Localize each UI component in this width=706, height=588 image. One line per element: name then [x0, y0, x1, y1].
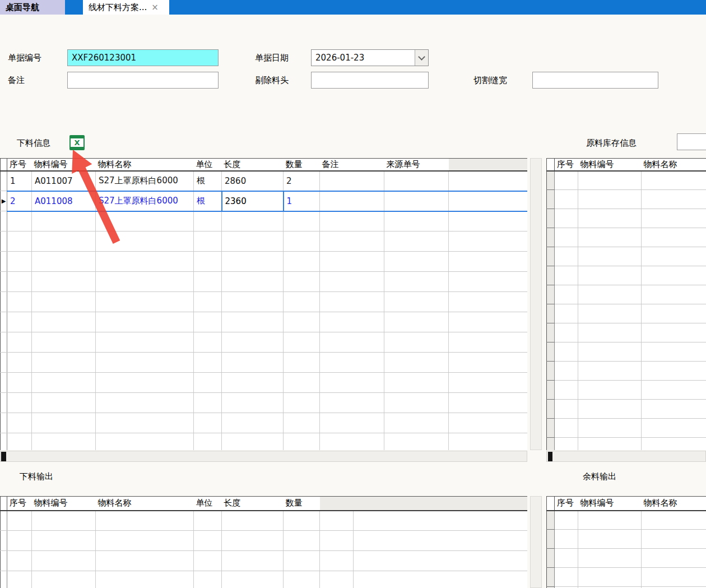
grid-cell[interactable] [555, 171, 578, 190]
grid-cell[interactable] [449, 312, 528, 332]
grid-cell[interactable] [384, 413, 449, 433]
grid-cell[interactable]: 1 [284, 191, 320, 211]
grid-cell[interactable] [642, 171, 706, 190]
grid-cell[interactable]: S27上罩原料白6000 [96, 191, 194, 211]
grid-cell[interactable] [284, 353, 320, 373]
grid-cell[interactable] [222, 332, 284, 353]
grid-cell[interactable] [7, 211, 32, 232]
grid-cell[interactable] [384, 312, 449, 332]
grid-cell[interactable] [32, 232, 96, 252]
grid-cell[interactable] [578, 228, 642, 247]
grid-cell[interactable] [96, 531, 194, 551]
grid-cell[interactable] [194, 232, 222, 252]
grid-cell[interactable] [284, 433, 320, 451]
grid-cell[interactable] [96, 373, 194, 393]
grid-cell[interactable] [96, 332, 194, 353]
grid-cell[interactable] [222, 571, 284, 588]
grid-cell[interactable] [194, 353, 222, 373]
grid-cell[interactable] [222, 413, 284, 433]
grid-cell[interactable] [194, 393, 222, 413]
grid-cell[interactable] [32, 292, 96, 312]
grid-cell[interactable] [578, 304, 642, 323]
grid-cell[interactable] [555, 266, 578, 285]
grid-cell[interactable] [384, 272, 449, 292]
remark-input[interactable] [67, 72, 219, 89]
grid-cell[interactable] [354, 511, 528, 531]
grid-cell[interactable] [7, 312, 32, 332]
grid-cell[interactable] [7, 531, 32, 551]
grid-cell[interactable] [320, 353, 384, 373]
grid-cell[interactable] [194, 373, 222, 393]
grid-cell[interactable] [578, 247, 642, 266]
grid-cell[interactable] [222, 393, 284, 413]
grid-cell[interactable] [320, 571, 354, 588]
grid-cell[interactable] [555, 209, 578, 228]
grid-cell[interactable] [578, 171, 642, 190]
grid-cell[interactable] [555, 568, 578, 587]
grid-cell[interactable] [320, 511, 354, 531]
grid-cell[interactable] [320, 211, 384, 232]
grid-cell[interactable] [578, 285, 642, 304]
grid-cell[interactable] [555, 362, 578, 381]
tab-desktop-nav[interactable]: 桌面导航 [0, 0, 65, 15]
grid-cell[interactable] [555, 247, 578, 266]
grid-cell[interactable] [222, 353, 284, 373]
grid-cell[interactable] [194, 292, 222, 312]
stock-info-input[interactable] [677, 133, 706, 150]
grid-cell[interactable] [449, 191, 528, 211]
grid-cell[interactable] [96, 232, 194, 252]
grid-cell[interactable] [284, 571, 320, 588]
grid-cell[interactable] [96, 353, 194, 373]
grid-cell[interactable] [284, 332, 320, 353]
grid-cell[interactable] [642, 568, 706, 587]
grid-cell[interactable] [32, 551, 96, 571]
grid-cell[interactable] [194, 551, 222, 571]
grid-cell[interactable] [555, 228, 578, 247]
close-icon[interactable]: × [151, 0, 159, 15]
grid-cell[interactable] [449, 433, 528, 451]
grid-cell[interactable] [194, 252, 222, 272]
grid-cell[interactable] [32, 373, 96, 393]
grid-cell[interactable] [449, 292, 528, 312]
grid-cell[interactable] [222, 292, 284, 312]
grid-cell[interactable] [32, 312, 96, 332]
grid-cell[interactable] [384, 292, 449, 312]
grid-cell[interactable] [320, 292, 384, 312]
grid-cell[interactable] [449, 211, 528, 232]
grid-cell[interactable] [320, 191, 384, 211]
grid-cell[interactable] [320, 272, 384, 292]
grid-cell[interactable] [96, 272, 194, 292]
grid-cell[interactable] [194, 312, 222, 332]
grid-cell[interactable] [320, 373, 384, 393]
kerf-width-input[interactable] [532, 72, 658, 89]
grid-cell[interactable] [284, 413, 320, 433]
grid-cell[interactable] [320, 413, 384, 433]
grid-cell[interactable] [96, 211, 194, 232]
grid-cell[interactable] [96, 292, 194, 312]
grid-cell[interactable] [32, 353, 96, 373]
grid-cell[interactable]: 根 [194, 171, 222, 191]
grid-cell[interactable] [555, 285, 578, 304]
grid-cell[interactable] [449, 393, 528, 413]
grid-cell[interactable] [7, 571, 32, 588]
scrollbar-thumb[interactable] [548, 452, 552, 461]
grid-cell[interactable] [284, 272, 320, 292]
grid-cell[interactable] [194, 571, 222, 588]
grid-cell[interactable] [320, 232, 384, 252]
grid-cell[interactable] [642, 323, 706, 342]
grid-cell[interactable] [222, 433, 284, 451]
grid-cell[interactable] [384, 211, 449, 232]
grid-cell[interactable] [32, 413, 96, 433]
grid-cell[interactable] [7, 252, 32, 272]
grid-cell[interactable]: A011008 [32, 191, 96, 211]
excel-export-icon[interactable]: X [69, 135, 85, 150]
grid-cell[interactable] [642, 342, 706, 362]
grid-cell[interactable] [449, 252, 528, 272]
grid-cell[interactable] [194, 511, 222, 531]
stock-info-hscrollbar[interactable] [546, 451, 706, 462]
grid-cell[interactable] [284, 312, 320, 332]
grid-cell[interactable] [555, 381, 578, 400]
grid-cell[interactable] [222, 511, 284, 531]
grid-cell[interactable] [555, 549, 578, 568]
grid-cell[interactable] [320, 312, 384, 332]
